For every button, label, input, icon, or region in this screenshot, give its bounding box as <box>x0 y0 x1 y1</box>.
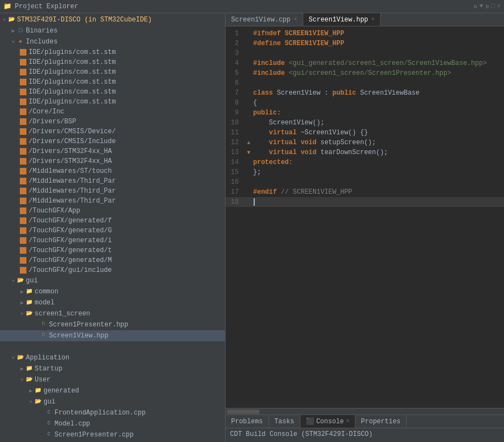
folder-icon: 📂 <box>25 376 33 384</box>
tab-problems[interactable]: Problems <box>226 415 269 428</box>
file-icon: h <box>40 332 47 340</box>
plain-token: tearDownScreen(); <box>320 149 387 156</box>
include-path-item[interactable]: IDE/plugins/com.st.stm <box>0 57 225 67</box>
include-path-item[interactable]: /Middlewares/Third_Par <box>0 186 225 196</box>
tree-generated[interactable]: ▶ 📁 generated <box>0 385 225 396</box>
code-line[interactable]: 12▲ virtual void setupScreen(); <box>226 138 504 148</box>
tree-startup[interactable]: ▶ 📁 Startup <box>0 363 225 374</box>
keyword-token: class <box>253 89 277 97</box>
tree-model[interactable]: ▶ 📁 model <box>0 297 225 308</box>
line-number: 2 <box>228 40 244 47</box>
plain-token: }; <box>253 168 261 176</box>
code-line[interactable]: 15}; <box>226 167 504 177</box>
tree-root[interactable]: ▾ 📂 STM32F429I-DISCO (in STM32CubeIDE) <box>0 14 225 25</box>
tree-screen1presenter-hpp[interactable]: h Screen1Presenter.hpp <box>0 319 225 330</box>
include-path-item[interactable]: /TouchGFX/generated/M <box>0 255 225 265</box>
line-gutter: ▼ <box>244 150 253 156</box>
code-line[interactable]: 1#ifndef SCREEN1VIEW_HPP <box>226 29 504 39</box>
tree-app-file[interactable]: cScreen1Presenter.cpp <box>0 429 225 440</box>
include-path-label: /Middlewares/Third_Par <box>29 177 116 185</box>
file-label: FrontendApplication.cpp <box>54 409 146 417</box>
include-path-item[interactable]: /Drivers/CMSIS/Include <box>0 137 225 146</box>
include-path-item[interactable]: IDE/plugins/com.st.stm <box>0 67 225 77</box>
expand-arrow: ▶ <box>19 365 25 372</box>
include-path-item[interactable]: /TouchGFX/generated/t <box>0 245 225 255</box>
include-path-item[interactable]: /Middlewares/Third_Par <box>0 176 225 186</box>
include-path-item[interactable]: /TouchGFX/generated/i <box>0 236 225 245</box>
close-icon[interactable]: × <box>497 3 501 10</box>
tab-close-icon[interactable]: × <box>294 17 297 23</box>
filter-icon[interactable]: ⚙ <box>485 3 489 10</box>
file-icon: h <box>40 321 47 329</box>
collapse-icon[interactable]: ▼ <box>480 3 484 10</box>
tree-app-file[interactable]: cModel.cpp <box>0 418 225 429</box>
include-path-item[interactable]: /TouchGFX/generated/G <box>0 226 225 236</box>
code-line[interactable]: 13▼ virtual void tearDownScreen(); <box>226 148 504 157</box>
tab-tasks[interactable]: Tasks <box>269 415 300 428</box>
minimize-icon[interactable]: □ <box>491 3 495 10</box>
include-path-item[interactable]: /TouchGFX/generated/f <box>0 216 225 226</box>
code-line[interactable]: 7class Screen1View : public Screen1ViewB… <box>226 88 504 98</box>
tab-screen1view-hpp[interactable]: Screen1View.hpp × <box>303 13 381 26</box>
include-path-item[interactable]: IDE/plugins/com.st.stm <box>0 87 225 97</box>
code-line[interactable]: 9public: <box>226 108 504 118</box>
code-line[interactable]: 3 <box>226 48 504 58</box>
arrow-up-icon: ▲ <box>247 140 250 146</box>
tab-close-icon[interactable]: × <box>371 17 375 23</box>
tree-screen1[interactable]: ▾ 📂 screen1_screen <box>0 308 225 319</box>
code-content: public: <box>253 109 502 117</box>
code-line[interactable]: 14protected: <box>226 157 504 167</box>
tree-gui2[interactable]: ▾ 📂 gui <box>0 396 225 407</box>
include-path-item[interactable]: /Drivers/STM32F4xx_HA <box>0 156 225 166</box>
tree-container[interactable]: ▾ 📂 STM32F429I-DISCO (in STM32CubeIDE) ▶… <box>0 13 225 442</box>
tab-screen1view-cpp[interactable]: Screen1View.cpp × <box>226 13 303 26</box>
tree-includes[interactable]: ▾ ◈ Includes <box>0 36 225 47</box>
keyword-token: virtual <box>269 129 301 137</box>
include-path-item[interactable]: IDE/plugins/com.st.stm <box>0 97 225 107</box>
tree-screen1view-hpp[interactable]: h Screen1View.hpp <box>0 330 225 341</box>
folder-icon: 📁 <box>25 365 33 373</box>
include-path-item[interactable]: /Core/Inc <box>0 107 225 117</box>
code-line[interactable]: 6 <box>226 78 504 88</box>
tree-gui[interactable]: ▾ 📂 gui <box>0 275 225 286</box>
code-line[interactable]: 4#include <gui_generated/screen1_screen/… <box>226 58 504 68</box>
include-path-label: /Drivers/BSP <box>29 118 76 125</box>
code-line[interactable]: 10 Screen1View(); <box>226 118 504 128</box>
sync-icon[interactable]: ⇆ <box>474 3 478 10</box>
code-content: Screen1View(); <box>253 119 502 127</box>
code-content: class Screen1View : public Screen1ViewBa… <box>253 89 502 97</box>
include-path-item[interactable]: /Drivers/STM32F4xx_HA <box>0 146 225 156</box>
scrollbar-thumb[interactable] <box>227 410 260 414</box>
include-path-item[interactable]: /Drivers/BSP <box>0 117 225 127</box>
tab-properties[interactable]: Properties <box>355 415 407 428</box>
gui2-label: gui <box>43 398 56 406</box>
include-path-item[interactable]: IDE/plugins/com.st.stm <box>0 47 225 57</box>
include-path-item[interactable]: /Middlewares/ST/touch <box>0 166 225 176</box>
include-path-item[interactable]: /TouchGFX/App <box>0 206 225 216</box>
tree-common[interactable]: ▶ 📁 common <box>0 286 225 297</box>
code-line[interactable]: 11 virtual ~Screen1View() {} <box>226 128 504 138</box>
include-path-item[interactable]: /Middlewares/Third_Par <box>0 196 225 206</box>
include-path-item[interactable]: /Drivers/CMSIS/Device/ <box>0 127 225 137</box>
plain-token: ~Screen1View() {} <box>300 129 368 137</box>
title-bar-actions: ⇆ ▼ ⚙ □ × <box>474 3 501 10</box>
include-icon <box>20 148 26 155</box>
tree-application[interactable]: ▾ 📂 Application <box>0 352 225 363</box>
tree-user[interactable]: ▾ 📂 User <box>0 374 225 385</box>
tab-close-icon[interactable]: × <box>346 418 349 424</box>
horizontal-scrollbar[interactable] <box>226 408 504 414</box>
tree-binaries[interactable]: ▶ ⬡ Binaries <box>0 25 225 36</box>
code-line[interactable]: 8{ <box>226 98 504 108</box>
line-number: 3 <box>228 50 244 57</box>
code-line[interactable]: 2#define SCREEN1VIEW_HPP <box>226 39 504 48</box>
include-icon <box>20 89 26 95</box>
tree-app-file[interactable]: cFrontendApplication.cpp <box>0 407 225 418</box>
include-path-item[interactable]: IDE/plugins/com.st.stm <box>0 77 225 87</box>
include-path-item[interactable]: /TouchGFX/gui/include <box>0 265 225 275</box>
code-editor[interactable]: 1#ifndef SCREEN1VIEW_HPP2#define SCREEN1… <box>226 26 504 408</box>
code-line[interactable]: 18 <box>226 197 504 207</box>
code-line[interactable]: 17#endif // SCREEN1VIEW_HPP <box>226 187 504 197</box>
code-line[interactable]: 16 <box>226 177 504 187</box>
tab-console[interactable]: ⬛ Console × <box>300 415 355 428</box>
code-line[interactable]: 5#include <gui/screen1_screen/Screen1Pre… <box>226 68 504 78</box>
